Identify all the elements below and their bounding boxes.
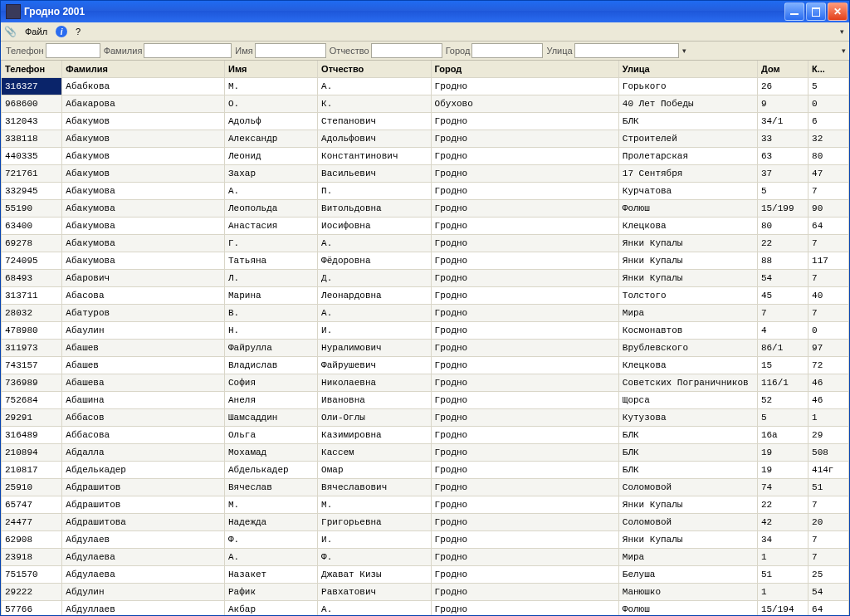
cell-city[interactable]: Гродно [431,357,618,374]
cell-street[interactable]: 40 Лет Победы [618,95,757,113]
cell-patronymic[interactable]: Ивановна [318,392,432,409]
cell-patronymic[interactable]: М. [318,496,432,514]
cell-city[interactable]: Гродно [431,305,618,322]
cell-lastname[interactable]: Абарович [62,270,225,287]
menu-file[interactable]: Файл [20,26,52,37]
cell-lastname[interactable]: Абакумова [62,200,225,218]
table-row[interactable]: 25910АбдрашитовВячеславВячеславовичГродн… [2,479,849,496]
cell-house[interactable]: 1 [757,584,808,601]
cell-flat[interactable]: 5 [808,78,849,95]
data-grid[interactable]: Телефон Фамилия Имя Отчество Город Улица… [1,61,849,615]
col-header-flat[interactable]: К... [808,61,849,78]
cell-city[interactable]: Гродно [431,514,618,531]
cell-city[interactable]: Гродно [431,130,618,148]
cell-patronymic[interactable]: Николаевна [318,374,432,392]
cell-house[interactable]: 45 [757,287,808,305]
cell-phone[interactable]: 724095 [2,252,62,270]
table-row[interactable]: 210894АбдаллаМохамадКассемГродноБЛК19508 [2,444,849,462]
cell-firstname[interactable]: Надежда [225,514,318,531]
cell-firstname[interactable]: Г. [225,235,318,252]
cell-street[interactable]: БЛК [618,427,757,444]
cell-flat[interactable]: 64 [808,218,849,235]
cell-flat[interactable]: 25 [808,566,849,584]
cell-house[interactable]: 42 [757,514,808,531]
cell-flat[interactable]: 1 [808,409,849,427]
cell-city[interactable]: Гродно [431,409,618,427]
cell-flat[interactable]: 117 [808,252,849,270]
cell-phone[interactable]: 210894 [2,444,62,462]
cell-patronymic[interactable]: Иосифовна [318,218,432,235]
cell-firstname[interactable]: Владислав [225,357,318,374]
cell-city[interactable]: Обухово [431,95,618,113]
cell-flat[interactable]: 47 [808,165,849,183]
maximize-button[interactable] [806,2,826,21]
cell-firstname[interactable]: А. [225,183,318,200]
cell-house[interactable]: 22 [757,496,808,514]
cell-lastname[interactable]: Абашев [62,340,225,357]
table-row[interactable]: 316327АбабковаМ.А.ГродноГорького265 [2,78,849,95]
cell-street[interactable]: Советских Пограничников [618,374,757,392]
cell-street[interactable]: БЛК [618,462,757,479]
cell-street[interactable]: Янки Купалы [618,270,757,287]
cell-patronymic[interactable]: Витольдовна [318,200,432,218]
cell-phone[interactable]: 25910 [2,479,62,496]
cell-phone[interactable]: 311973 [2,340,62,357]
cell-patronymic[interactable]: П. [318,183,432,200]
cell-lastname[interactable]: Абдрашитова [62,514,225,531]
cell-flat[interactable]: 7 [808,183,849,200]
cell-city[interactable]: Гродно [431,427,618,444]
cell-street[interactable]: Космонавтов [618,322,757,340]
table-row[interactable]: 338118АбакумовАлександрАдольфовичГродноС… [2,130,849,148]
cell-house[interactable]: 15 [757,357,808,374]
col-header-lastname[interactable]: Фамилия [62,61,225,78]
cell-patronymic[interactable]: А. [318,78,432,95]
cell-house[interactable]: 7 [757,305,808,322]
cell-city[interactable]: Гродно [431,479,618,496]
cell-lastname[interactable]: Аббасова [62,427,225,444]
cell-patronymic[interactable]: А. [318,601,432,616]
table-row[interactable]: 968600АбакароваО.К.Обухово40 Лет Победы9… [2,95,849,113]
cell-phone[interactable]: 440335 [2,148,62,165]
cell-flat[interactable]: 80 [808,148,849,165]
cell-flat[interactable]: 7 [808,305,849,322]
col-header-patronymic[interactable]: Отчество [318,61,432,78]
cell-house[interactable]: 9 [757,95,808,113]
table-row[interactable]: 721761АбакумовЗахарВасильевичГродно17 Се… [2,165,849,183]
cell-house[interactable]: 15/194 [757,601,808,616]
cell-city[interactable]: Гродно [431,584,618,601]
cell-patronymic[interactable]: И. [318,531,432,549]
cell-phone[interactable]: 62908 [2,531,62,549]
cell-flat[interactable]: 64 [808,601,849,616]
cell-phone[interactable]: 313711 [2,287,62,305]
cell-city[interactable]: Гродно [431,200,618,218]
menu-help[interactable]: ? [71,26,85,37]
cell-firstname[interactable]: А. [225,549,318,566]
cell-lastname[interactable]: Абдрашитов [62,479,225,496]
cell-city[interactable]: Гродно [431,392,618,409]
cell-flat[interactable]: 7 [808,235,849,252]
cell-house[interactable]: 80 [757,218,808,235]
cell-house[interactable]: 22 [757,235,808,252]
cell-flat[interactable]: 90 [808,200,849,218]
cell-street[interactable]: 17 Сентября [618,165,757,183]
close-button[interactable]: ✕ [828,2,848,21]
cell-street[interactable]: Щорса [618,392,757,409]
cell-street[interactable]: Кутузова [618,409,757,427]
table-row[interactable]: 724095АбакумоваТатьянаФёдоровнаГродноЯнк… [2,252,849,270]
cell-patronymic[interactable]: И. [318,322,432,340]
cell-street[interactable]: Янки Купалы [618,235,757,252]
cell-city[interactable]: Гродно [431,601,618,616]
cell-phone[interactable]: 69278 [2,235,62,252]
cell-patronymic[interactable]: Вячеславович [318,479,432,496]
cell-phone[interactable]: 210817 [2,462,62,479]
table-row[interactable]: 28032АбатуровВ.А.ГродноМира77 [2,305,849,322]
table-row[interactable]: 316489АббасоваОльгаКазимировнаГродноБЛК1… [2,427,849,444]
cell-city[interactable]: Гродно [431,252,618,270]
cell-lastname[interactable]: Абдалла [62,444,225,462]
cell-street[interactable]: Горького [618,78,757,95]
table-row[interactable]: 65747АбдрашитовМ.М.ГродноЯнки Купалы227 [2,496,849,514]
cell-lastname[interactable]: Абакумов [62,130,225,148]
cell-flat[interactable]: 97 [808,340,849,357]
cell-flat[interactable]: 51 [808,479,849,496]
cell-house[interactable]: 1 [757,549,808,566]
